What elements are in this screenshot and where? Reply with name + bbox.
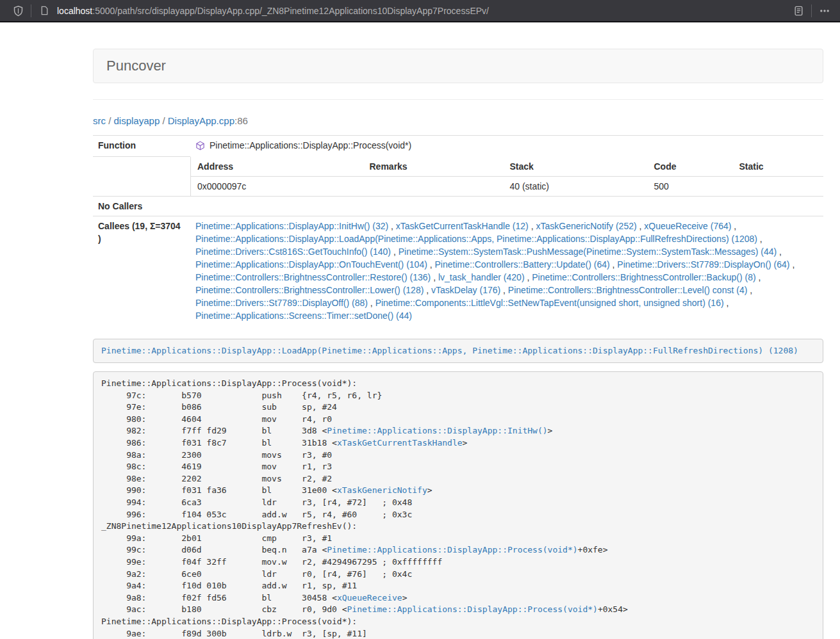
symbol-link[interactable]: xTaskGenericNotify [337, 485, 427, 495]
page-icon [38, 3, 51, 19]
address-value: 0x0000097c [191, 176, 363, 196]
cube-icon [195, 141, 205, 150]
no-callers-label: No Callers [93, 196, 190, 216]
page-title: Puncover [106, 58, 166, 74]
metrics-data-row: 0x0000097c 40 (static) 500 [191, 176, 824, 196]
col-header-static: Static [733, 157, 824, 177]
callee-link[interactable]: xTaskGenericNotify (252) [536, 221, 636, 231]
col-header-code: Code [648, 157, 733, 177]
static-value [733, 176, 824, 196]
toolbar-separator [31, 4, 31, 17]
symbol-link[interactable]: Pinetime::Applications::DisplayApp::Proc… [347, 604, 598, 614]
col-header-address: Address [191, 157, 363, 177]
callee-link[interactable]: xTaskGetCurrentTaskHandle (12) [396, 221, 529, 231]
symbol-link[interactable]: Pinetime::Applications::DisplayApp::Init… [327, 426, 547, 435]
callee-link[interactable]: xQueueReceive (764) [644, 221, 731, 231]
callee-link[interactable]: Pinetime::Drivers::Cst816S::GetTouchInfo… [195, 247, 391, 257]
url-host: localhost [57, 6, 92, 16]
toolbar-separator [811, 4, 812, 17]
callee-link[interactable]: Pinetime::Applications::Screens::Timer::… [195, 311, 412, 321]
callee-link[interactable]: Pinetime::Applications::DisplayApp::Load… [195, 234, 757, 244]
selected-callee-box: Pinetime::Applications::DisplayApp::Load… [93, 339, 823, 364]
function-row: Function Pinetime::Applications::Display… [93, 136, 823, 157]
breadcrumb-separator: / [106, 115, 114, 126]
breadcrumb-link[interactable]: DisplayApp.cpp [168, 115, 235, 126]
callee-link[interactable]: Pinetime::Controllers::BrightnessControl… [195, 285, 424, 295]
symbol-link[interactable]: Pinetime::Applications::DisplayApp::Proc… [327, 545, 577, 554]
function-name: Pinetime::Applications::DisplayApp::Proc… [210, 139, 411, 152]
callee-link[interactable]: Pinetime::Applications::DisplayApp::OnTo… [195, 259, 427, 270]
app-header: Puncover [93, 49, 823, 83]
url-path: :5000/path/src/displayapp/DisplayApp.cpp… [92, 6, 489, 16]
callee-link[interactable]: Pinetime::System::SystemTask::PushMessag… [399, 247, 777, 257]
breadcrumb: src / displayapp / DisplayApp.cpp:86 [93, 115, 823, 127]
no-callers-row: No Callers [93, 196, 823, 216]
callee-link[interactable]: Pinetime::Drivers::St7789::DisplayOff() … [195, 298, 368, 308]
browser-toolbar: localhost:5000/path/src/displayapp/Displ… [0, 0, 840, 22]
callee-link[interactable]: Pinetime::Drivers::St7789::DisplayOn() (… [617, 259, 789, 270]
breadcrumb-link[interactable]: displayapp [114, 115, 160, 126]
callees-row: Callees (19, Σ=3704 ) Pinetime::Applicat… [93, 216, 823, 325]
breadcrumb-link[interactable]: src [93, 115, 106, 126]
col-header-remarks: Remarks [363, 157, 504, 177]
remarks-value [363, 176, 504, 196]
callee-link[interactable]: Pinetime::Controllers::Battery::Update()… [435, 259, 610, 270]
callee-link[interactable]: Pinetime::Controllers::BrightnessControl… [508, 285, 747, 295]
breadcrumb-separator: / [160, 115, 168, 126]
col-header-stack: Stack [504, 157, 648, 177]
stack-value: 40 (static) [504, 176, 648, 196]
callee-link[interactable]: lv_task_handler (420) [438, 272, 525, 282]
symbol-link[interactable]: xTaskGetCurrentTaskHandle [337, 438, 463, 448]
metrics-table: Address Remarks Stack Code Static 0x0000… [190, 157, 823, 196]
callee-link[interactable]: vTaskDelay (176) [431, 285, 500, 295]
menu-ellipsis-icon[interactable] [818, 3, 831, 19]
function-table: Function Pinetime::Applications::Display… [93, 135, 823, 325]
callee-link[interactable]: Pinetime::Components::LittleVgl::SetNewT… [375, 298, 724, 308]
divider [93, 99, 823, 100]
callees-label: Callees (19, Σ=3704 ) [93, 216, 190, 325]
symbol-link[interactable]: xQueueReceive [337, 593, 402, 603]
callee-link[interactable]: Pinetime::Applications::DisplayApp::Init… [195, 221, 388, 231]
disassembly-pre: Pinetime::Applications::DisplayApp::Proc… [93, 371, 823, 639]
callee-link[interactable]: Pinetime::Controllers::BrightnessControl… [195, 272, 431, 282]
metrics-row: Address Remarks Stack Code Static 0x0000… [93, 157, 823, 197]
url-bar[interactable]: localhost:5000/path/src/displayapp/Displ… [57, 6, 792, 16]
callee-link[interactable]: Pinetime::Controllers::BrightnessControl… [532, 272, 755, 282]
breadcrumb-line-number: :86 [235, 115, 248, 126]
callees-cell: Pinetime::Applications::DisplayApp::Init… [190, 216, 823, 325]
load-app-link[interactable]: Pinetime::Applications::DisplayApp::Load… [101, 346, 798, 355]
reader-mode-icon[interactable] [792, 3, 805, 19]
function-row-label: Function [93, 136, 190, 157]
shield-icon[interactable] [12, 3, 24, 19]
metrics-row-label [93, 157, 190, 197]
code-value: 500 [648, 176, 733, 196]
page-container: Puncover src / displayapp / DisplayApp.c… [93, 49, 823, 639]
function-name-wrap: Pinetime::Applications::DisplayApp::Proc… [195, 139, 411, 152]
